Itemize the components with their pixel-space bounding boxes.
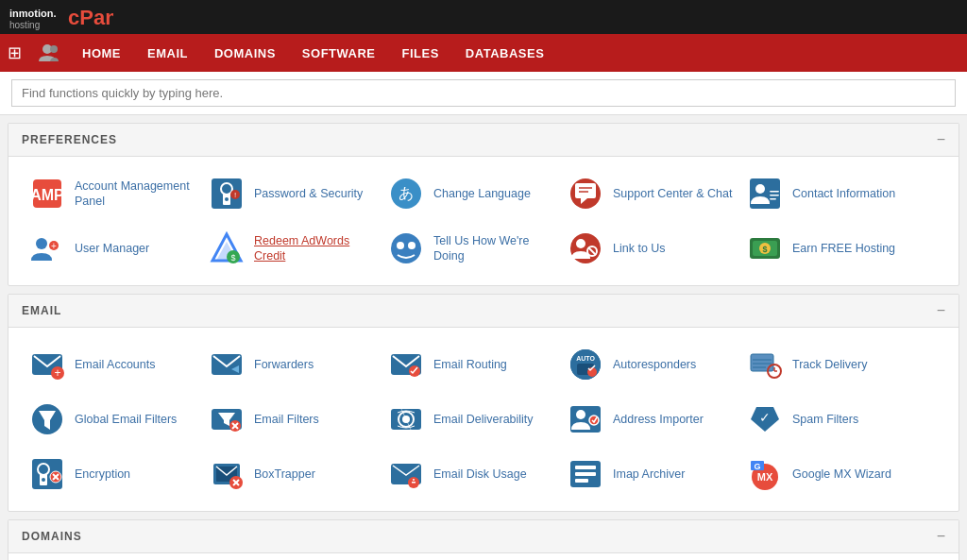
svg-point-33 bbox=[408, 242, 416, 249]
item-usermanager[interactable]: + User Manager bbox=[22, 221, 201, 276]
email-title: EMAIL bbox=[22, 304, 61, 317]
svg-rect-19 bbox=[750, 178, 780, 209]
item-boxtrapper[interactable]: BoxTrapper bbox=[201, 447, 381, 501]
svg-text:✓: ✓ bbox=[759, 410, 771, 425]
preferences-header: PREFERENCES − bbox=[8, 124, 959, 157]
item-email-accounts[interactable]: + Email Accounts bbox=[22, 337, 201, 392]
item-track-delivery[interactable]: Track Delivery bbox=[739, 337, 919, 392]
item-support-label: Support Center & Chat bbox=[613, 186, 732, 201]
item-email-routing[interactable]: Email Routing bbox=[381, 337, 560, 392]
nav-bar: ⊞ HOME EMAIL DOMAINS SOFTWARE FILES DATA… bbox=[0, 34, 967, 72]
svg-point-32 bbox=[397, 242, 404, 249]
svg-rect-91 bbox=[412, 482, 416, 484]
autoresponders-icon: AUTO AUTO bbox=[566, 345, 605, 384]
trackdelivery-icon bbox=[745, 345, 785, 384]
item-password[interactable]: ! Password & Security bbox=[201, 166, 381, 221]
preferences-toggle[interactable]: − bbox=[937, 131, 945, 148]
grid-icon[interactable]: ⊞ bbox=[8, 42, 22, 63]
item-imap-archiver[interactable]: Imap Archiver bbox=[560, 447, 739, 501]
item-imap-archiver-label: Imap Archiver bbox=[613, 467, 685, 482]
svg-text:$: $ bbox=[762, 245, 767, 254]
item-encryption[interactable]: Encryption bbox=[22, 447, 201, 501]
imaparchiver-icon bbox=[566, 454, 605, 494]
svg-text:!: ! bbox=[234, 191, 236, 199]
item-earnfree-label: Earn FREE Hosting bbox=[792, 241, 895, 256]
item-feedback-label: Tell Us How We're Doing bbox=[433, 233, 554, 264]
email-header: EMAIL − bbox=[8, 295, 959, 328]
item-google-mx[interactable]: MX G Google MX Wizard bbox=[739, 447, 919, 501]
svg-text:AUTO: AUTO bbox=[576, 355, 595, 362]
deliverability-icon bbox=[386, 399, 426, 439]
usermanager-icon: + bbox=[27, 229, 67, 268]
svg-point-10 bbox=[225, 197, 229, 201]
item-deliverability-label: Email Deliverability bbox=[433, 412, 534, 427]
item-feedback[interactable]: Tell Us How We're Doing bbox=[381, 221, 560, 276]
svg-text:cPanel: cPanel bbox=[68, 6, 113, 29]
item-adwords[interactable]: $ Redeem AdWords Credit bbox=[201, 221, 381, 276]
svg-rect-22 bbox=[770, 195, 779, 196]
domains-title: DOMAINS bbox=[22, 530, 82, 543]
svg-point-75 bbox=[589, 416, 599, 425]
domains-section: DOMAINS − .com Domains bbox=[8, 519, 959, 560]
svg-text:+: + bbox=[54, 366, 60, 380]
top-bar: inmotion. hosting cPanel bbox=[0, 0, 967, 34]
item-spam-filters-label: Spam Filters bbox=[792, 412, 858, 427]
item-contact-label: Contact Information bbox=[792, 186, 895, 201]
nav-email[interactable]: EMAIL bbox=[134, 34, 201, 72]
item-address-importer[interactable]: Address Importer bbox=[560, 392, 739, 447]
spamfilters-icon: ✓ bbox=[745, 399, 785, 439]
svg-text:MX: MX bbox=[757, 471, 773, 483]
item-spam-filters[interactable]: ✓ Spam Filters bbox=[739, 392, 919, 447]
search-bar bbox=[0, 72, 967, 115]
nav-files[interactable]: FILES bbox=[389, 34, 452, 72]
svg-text:inmotion.: inmotion. bbox=[9, 8, 57, 19]
svg-text:hosting: hosting bbox=[9, 20, 40, 30]
nav-domains[interactable]: DOMAINS bbox=[201, 34, 289, 72]
svg-point-20 bbox=[755, 184, 765, 194]
contact-icon bbox=[745, 174, 785, 213]
domains-toggle[interactable]: − bbox=[937, 528, 945, 545]
item-disk-usage-label: Email Disk Usage bbox=[433, 467, 527, 482]
nav-databases[interactable]: DATABASES bbox=[452, 34, 557, 72]
nav-software[interactable]: SOFTWARE bbox=[289, 34, 389, 72]
svg-text:+: + bbox=[51, 241, 57, 251]
item-forwarders[interactable]: Forwarders bbox=[201, 337, 381, 392]
item-global-filters[interactable]: Global Email Filters bbox=[22, 392, 201, 447]
password-icon: ! bbox=[207, 174, 246, 213]
item-adwords-label: Redeem AdWords Credit bbox=[254, 233, 375, 264]
forwarders-icon bbox=[207, 345, 246, 384]
language-icon: あ bbox=[386, 174, 426, 213]
item-email-filters[interactable]: Email Filters bbox=[201, 392, 381, 447]
nav-home[interactable]: HOME bbox=[69, 34, 134, 72]
svg-text:G: G bbox=[754, 462, 760, 471]
search-input[interactable] bbox=[11, 79, 956, 107]
globalfilters-icon bbox=[27, 399, 67, 439]
item-amp[interactable]: AMP Account Management Panel bbox=[22, 166, 201, 221]
email-body: + Email Accounts Forwarders bbox=[8, 328, 959, 511]
svg-point-35 bbox=[576, 239, 585, 248]
item-usermanager-label: User Manager bbox=[75, 241, 149, 256]
item-deliverability[interactable]: Email Deliverability bbox=[381, 392, 560, 447]
svg-rect-55 bbox=[751, 354, 773, 371]
item-support[interactable]: Support Center & Chat bbox=[560, 166, 739, 221]
amp-icon: AMP bbox=[27, 174, 67, 213]
emailaccounts-icon: + bbox=[27, 345, 67, 384]
svg-rect-23 bbox=[770, 198, 776, 200]
item-autoresponders[interactable]: AUTO AUTO Autoresponders bbox=[560, 337, 739, 392]
item-email-filters-label: Email Filters bbox=[254, 412, 319, 427]
item-encryption-label: Encryption bbox=[75, 467, 130, 482]
domains-body: .com Domains .com + Addon Domains bbox=[8, 553, 959, 560]
item-email-accounts-label: Email Accounts bbox=[75, 357, 155, 372]
email-toggle[interactable]: − bbox=[937, 302, 945, 319]
item-disk-usage[interactable]: Email Disk Usage bbox=[381, 447, 560, 501]
support-icon bbox=[566, 174, 605, 213]
svg-rect-21 bbox=[770, 191, 779, 193]
boxtrapper-icon bbox=[207, 454, 246, 494]
item-contact[interactable]: Contact Information bbox=[739, 166, 919, 221]
item-linkto[interactable]: Link to Us bbox=[560, 221, 739, 276]
item-language[interactable]: あ Change Language bbox=[381, 166, 560, 221]
item-earnfree[interactable]: $ Earn FREE Hosting bbox=[739, 221, 919, 276]
earnfree-icon: $ bbox=[745, 229, 785, 268]
svg-point-80 bbox=[42, 478, 45, 482]
item-autoresponders-label: Autoresponders bbox=[613, 357, 696, 372]
